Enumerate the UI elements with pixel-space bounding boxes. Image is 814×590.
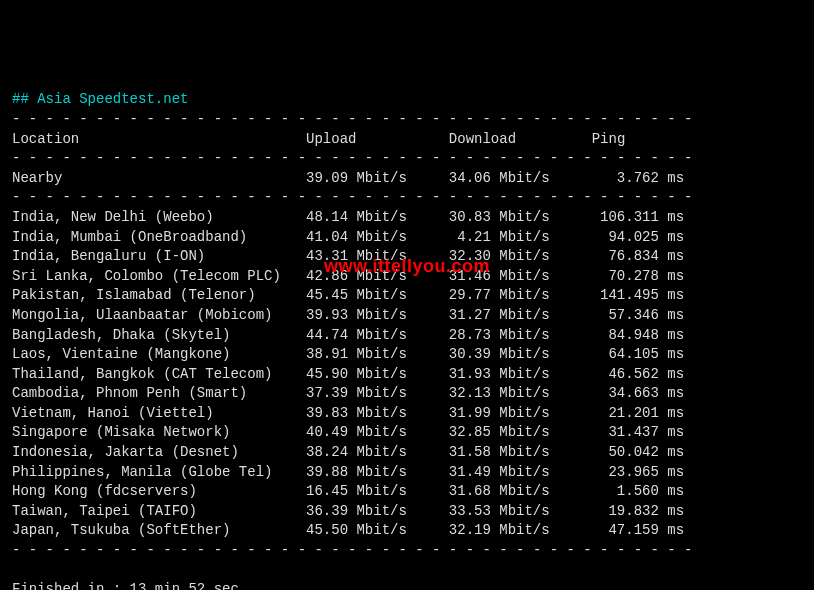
value-ping: 34.663 bbox=[592, 384, 659, 404]
cell-ping: 47.159 ms bbox=[592, 521, 684, 541]
value-upload: 42.86 bbox=[306, 267, 348, 287]
value-ping: 3.762 bbox=[592, 169, 659, 189]
cell-ping: 76.834 ms bbox=[592, 247, 684, 267]
cell-ping: 23.965 ms bbox=[592, 463, 684, 483]
blank-line bbox=[12, 561, 802, 581]
cell-ping: 64.105 ms bbox=[592, 345, 684, 365]
divider: - - - - - - - - - - - - - - - - - - - - … bbox=[12, 541, 802, 561]
value-ping: 64.105 bbox=[592, 345, 659, 365]
value-upload: 39.09 bbox=[306, 169, 348, 189]
cell-ping: 57.346 ms bbox=[592, 306, 684, 326]
table-row: India, New Delhi (Weebo)48.14 Mbit/s30.8… bbox=[12, 208, 802, 228]
value-ping: 57.346 bbox=[592, 306, 659, 326]
value-download: 4.21 bbox=[449, 228, 491, 248]
cell-ping: 84.948 ms bbox=[592, 326, 684, 346]
cell-ping: 3.762 ms bbox=[592, 169, 684, 189]
divider: - - - - - - - - - - - - - - - - - - - - … bbox=[12, 188, 802, 208]
value-download: 32.30 bbox=[449, 247, 491, 267]
cell-upload: 39.93 Mbit/s bbox=[306, 306, 449, 326]
value-download: 31.27 bbox=[449, 306, 491, 326]
value-upload: 16.45 bbox=[306, 482, 348, 502]
cell-download: 34.06 Mbit/s bbox=[449, 169, 592, 189]
cell-location: Philippines, Manila (Globe Tel) bbox=[12, 463, 306, 483]
cell-ping: 46.562 ms bbox=[592, 365, 684, 385]
value-upload: 40.49 bbox=[306, 423, 348, 443]
cell-upload: 39.88 Mbit/s bbox=[306, 463, 449, 483]
value-download: 30.83 bbox=[449, 208, 491, 228]
value-ping: 50.042 bbox=[592, 443, 659, 463]
table-row: Japan, Tsukuba (SoftEther)45.50 Mbit/s32… bbox=[12, 521, 802, 541]
cell-location: Japan, Tsukuba (SoftEther) bbox=[12, 521, 306, 541]
value-upload: 36.39 bbox=[306, 502, 348, 522]
cell-upload: 39.83 Mbit/s bbox=[306, 404, 449, 424]
cell-ping: 50.042 ms bbox=[592, 443, 684, 463]
header-location: Location bbox=[12, 130, 306, 150]
cell-location: Singapore (Misaka Network) bbox=[12, 423, 306, 443]
value-upload: 45.45 bbox=[306, 286, 348, 306]
table-row: Singapore (Misaka Network)40.49 Mbit/s32… bbox=[12, 423, 802, 443]
cell-upload: 45.50 Mbit/s bbox=[306, 521, 449, 541]
cell-download: 32.85 Mbit/s bbox=[449, 423, 592, 443]
table-row: Hong Kong (fdcservers)16.45 Mbit/s31.68 … bbox=[12, 482, 802, 502]
value-download: 31.99 bbox=[449, 404, 491, 424]
value-download: 33.53 bbox=[449, 502, 491, 522]
cell-ping: 1.560 ms bbox=[592, 482, 684, 502]
value-download: 32.19 bbox=[449, 521, 491, 541]
table-row: India, Mumbai (OneBroadband)41.04 Mbit/s… bbox=[12, 228, 802, 248]
table-header: LocationUploadDownloadPing bbox=[12, 130, 802, 150]
value-ping: 21.201 bbox=[592, 404, 659, 424]
value-download: 30.39 bbox=[449, 345, 491, 365]
table-row: Pakistan, Islamabad (Telenor)45.45 Mbit/… bbox=[12, 286, 802, 306]
value-ping: 141.495 bbox=[592, 286, 659, 306]
value-download: 31.49 bbox=[449, 463, 491, 483]
value-upload: 39.93 bbox=[306, 306, 348, 326]
cell-location: Hong Kong (fdcservers) bbox=[12, 482, 306, 502]
table-row: India, Bengaluru (I-ON)43.31 Mbit/s32.30… bbox=[12, 247, 802, 267]
header-ping: Ping bbox=[592, 130, 626, 150]
cell-ping: 141.495 ms bbox=[592, 286, 684, 306]
cell-download: 28.73 Mbit/s bbox=[449, 326, 592, 346]
table-row: Laos, Vientaine (Mangkone)38.91 Mbit/s30… bbox=[12, 345, 802, 365]
header-download: Download bbox=[449, 130, 592, 150]
value-ping: 46.562 bbox=[592, 365, 659, 385]
cell-upload: 37.39 Mbit/s bbox=[306, 384, 449, 404]
value-ping: 94.025 bbox=[592, 228, 659, 248]
value-download: 32.13 bbox=[449, 384, 491, 404]
cell-download: 31.93 Mbit/s bbox=[449, 365, 592, 385]
cell-location: Thailand, Bangkok (CAT Telecom) bbox=[12, 365, 306, 385]
cell-upload: 48.14 Mbit/s bbox=[306, 208, 449, 228]
table-row: Thailand, Bangkok (CAT Telecom)45.90 Mbi… bbox=[12, 365, 802, 385]
value-ping: 19.832 bbox=[592, 502, 659, 522]
cell-ping: 34.663 ms bbox=[592, 384, 684, 404]
cell-location: India, New Delhi (Weebo) bbox=[12, 208, 306, 228]
cell-location: Pakistan, Islamabad (Telenor) bbox=[12, 286, 306, 306]
cell-upload: 38.24 Mbit/s bbox=[306, 443, 449, 463]
table-row: Sri Lanka, Colombo (Telecom PLC)42.86 Mb… bbox=[12, 267, 802, 287]
cell-download: 33.53 Mbit/s bbox=[449, 502, 592, 522]
table-row: Bangladesh, Dhaka (Skytel)44.74 Mbit/s28… bbox=[12, 326, 802, 346]
cell-download: 30.39 Mbit/s bbox=[449, 345, 592, 365]
cell-download: 32.19 Mbit/s bbox=[449, 521, 592, 541]
value-upload: 48.14 bbox=[306, 208, 348, 228]
value-upload: 41.04 bbox=[306, 228, 348, 248]
value-download: 31.68 bbox=[449, 482, 491, 502]
cell-ping: 106.311 ms bbox=[592, 208, 684, 228]
table-row: Vietnam, Hanoi (Viettel)39.83 Mbit/s31.9… bbox=[12, 404, 802, 424]
cell-download: 32.30 Mbit/s bbox=[449, 247, 592, 267]
cell-location: Indonesia, Jakarta (Desnet) bbox=[12, 443, 306, 463]
table-row: Taiwan, Taipei (TAIFO)36.39 Mbit/s33.53 … bbox=[12, 502, 802, 522]
cell-upload: 42.86 Mbit/s bbox=[306, 267, 449, 287]
value-ping: 106.311 bbox=[592, 208, 659, 228]
table-row: Cambodia, Phnom Penh (Smart)37.39 Mbit/s… bbox=[12, 384, 802, 404]
cell-ping: 19.832 ms bbox=[592, 502, 684, 522]
value-ping: 23.965 bbox=[592, 463, 659, 483]
value-ping: 84.948 bbox=[592, 326, 659, 346]
cell-location: Laos, Vientaine (Mangkone) bbox=[12, 345, 306, 365]
value-upload: 45.50 bbox=[306, 521, 348, 541]
table-row: Philippines, Manila (Globe Tel)39.88 Mbi… bbox=[12, 463, 802, 483]
terminal-output: ## Asia Speedtest.net- - - - - - - - - -… bbox=[12, 90, 802, 590]
nearby-row: Nearby39.09 Mbit/s34.06 Mbit/s3.762 ms bbox=[12, 169, 802, 189]
cell-ping: 94.025 ms bbox=[592, 228, 684, 248]
cell-ping: 21.201 ms bbox=[592, 404, 684, 424]
cell-upload: 38.91 Mbit/s bbox=[306, 345, 449, 365]
